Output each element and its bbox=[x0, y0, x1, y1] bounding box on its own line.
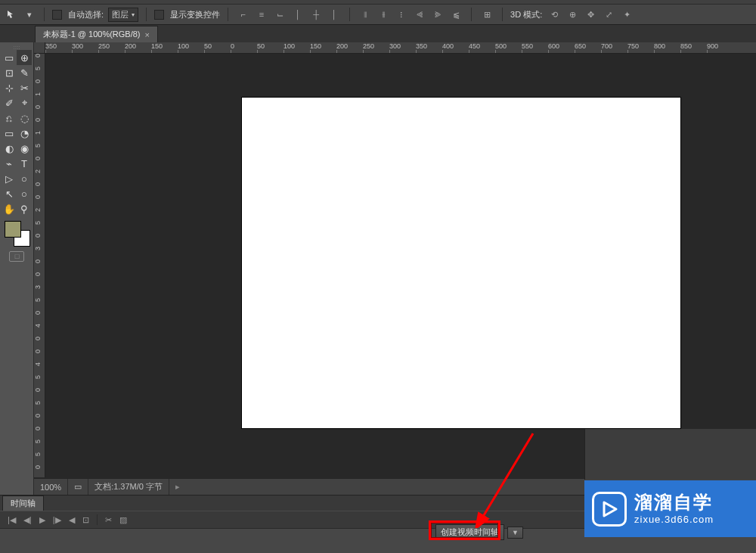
play-button[interactable]: ▶ bbox=[39, 515, 45, 525]
distribute-3-icon[interactable]: ⫶ bbox=[394, 8, 409, 21]
doc-info[interactable]: 文档:1.37M/0 字节 bbox=[88, 479, 169, 495]
stamp-tool[interactable]: ⎌ bbox=[2, 110, 17, 126]
align-hmid-icon[interactable]: ┼ bbox=[308, 8, 324, 21]
gradient-tool[interactable]: ◔ bbox=[17, 126, 32, 141]
distribute-1-icon[interactable]: ⫴ bbox=[358, 8, 373, 21]
path-select-tool[interactable]: ▷ bbox=[2, 171, 17, 186]
next-frame-button[interactable]: |▶ bbox=[53, 515, 61, 525]
auto-select-value: 图层 bbox=[112, 9, 129, 20]
distribute-5-icon[interactable]: ⫸ bbox=[430, 8, 445, 21]
separator bbox=[97, 514, 98, 525]
close-icon[interactable]: × bbox=[145, 30, 150, 39]
show-transform-label: 显示变换控件 bbox=[170, 9, 220, 20]
distribute-icons-group: ⫴ ⫵ ⫶ ⫷ ⫸ ⫹ bbox=[358, 8, 463, 21]
dodge-tool[interactable]: ◉ bbox=[17, 141, 32, 156]
distribute-6-icon[interactable]: ⫹ bbox=[448, 8, 463, 21]
workspace: :::: ▭ ⊕ ⊡ ✎ ⊹ ✂ ✐ ⌖ ⎌ ◌ ▭ ◔ ◐ ◉ ⌁ T ▷ ○… bbox=[0, 42, 756, 495]
separator bbox=[349, 8, 350, 21]
document-tab[interactable]: 未标题-1 @ 100%(RGB/8) × bbox=[35, 26, 158, 42]
eyedropper-tool[interactable]: ✂ bbox=[17, 80, 32, 95]
chevron-down-icon: ▾ bbox=[132, 11, 135, 18]
distribute-4-icon[interactable]: ⫷ bbox=[412, 8, 427, 21]
status-icon[interactable]: ▭ bbox=[68, 479, 88, 495]
eraser-tool[interactable]: ▭ bbox=[2, 126, 17, 141]
loop-button[interactable]: ⊡ bbox=[82, 515, 89, 525]
align-icons-group: ⌐ ≡ ⌙ │ ┼ │ bbox=[236, 8, 342, 21]
mute-button[interactable]: ◀ bbox=[69, 515, 75, 525]
separator bbox=[502, 8, 503, 21]
right-panel-stub bbox=[584, 429, 756, 480]
show-transform-checkbox[interactable] bbox=[154, 10, 164, 20]
timeline-tab[interactable]: 时间轴 bbox=[2, 496, 44, 511]
align-vmid-icon[interactable]: ≡ bbox=[254, 8, 269, 21]
brush-tool[interactable]: ⌖ bbox=[17, 95, 32, 110]
lasso-tool[interactable]: ⊡ bbox=[2, 65, 17, 80]
align-top-icon[interactable]: ⌐ bbox=[236, 8, 251, 21]
hand-tool[interactable]: ✋ bbox=[2, 201, 17, 216]
color-swatches[interactable] bbox=[5, 221, 30, 247]
move-tool[interactable]: ⊕ bbox=[17, 50, 32, 65]
healing-tool[interactable]: ✐ bbox=[2, 95, 17, 110]
pen-tool[interactable]: ⌁ bbox=[2, 156, 17, 171]
crop-tool[interactable]: ⊹ bbox=[2, 80, 17, 95]
mode-3d-label: 3D 模式: bbox=[510, 9, 542, 20]
separator bbox=[44, 8, 45, 21]
watermark-logo-icon bbox=[592, 492, 627, 527]
history-brush-tool[interactable]: ◌ bbox=[17, 110, 32, 126]
ellipse-tool[interactable]: ○ bbox=[17, 186, 32, 201]
zoom-tool[interactable]: ⚲ bbox=[17, 201, 32, 216]
mode-3d-icons: ⟲ ⊕ ✥ ⤢ ✦ bbox=[547, 8, 634, 21]
create-timeline-dropdown[interactable]: ▼ bbox=[507, 527, 523, 539]
auto-align-icon[interactable]: ⊞ bbox=[479, 8, 494, 21]
separator bbox=[146, 8, 147, 21]
document-tab-title: 未标题-1 @ 100%(RGB/8) bbox=[43, 29, 141, 40]
first-frame-button[interactable]: |◀ bbox=[8, 515, 16, 525]
document-tab-bar: 未标题-1 @ 100%(RGB/8) × bbox=[0, 25, 756, 42]
pan-icon[interactable]: ⊕ bbox=[565, 8, 580, 21]
auto-select-label: 自动选择: bbox=[68, 9, 104, 20]
direct-select-tool[interactable]: ↖ bbox=[2, 186, 17, 201]
foreground-color-swatch[interactable] bbox=[5, 221, 21, 238]
horizontal-ruler[interactable]: 3503002502001501005005010015020025030035… bbox=[45, 42, 756, 54]
shape-tool[interactable]: ○ bbox=[17, 171, 32, 186]
separator bbox=[471, 8, 472, 21]
auto-select-dropdown[interactable]: 图层 ▾ bbox=[108, 8, 138, 22]
status-menu-icon[interactable]: ▸ bbox=[169, 482, 186, 492]
move-tool-icon bbox=[5, 8, 18, 21]
tools-panel: :::: ▭ ⊕ ⊡ ✎ ⊹ ✂ ✐ ⌖ ⎌ ◌ ▭ ◔ ◐ ◉ ⌁ T ▷ ○… bbox=[0, 42, 34, 495]
separator bbox=[228, 8, 228, 21]
split-button[interactable]: ✂ bbox=[105, 515, 112, 525]
blur-tool[interactable]: ◐ bbox=[2, 141, 17, 156]
align-left-icon[interactable]: │ bbox=[290, 8, 305, 21]
ruler-corner bbox=[34, 42, 45, 54]
align-bottom-icon[interactable]: ⌙ bbox=[272, 8, 287, 21]
annotation-highlight-box bbox=[429, 520, 500, 540]
zoom-level[interactable]: 100% bbox=[34, 479, 68, 495]
options-bar: ▾ 自动选择: 图层 ▾ 显示变换控件 ⌐ ≡ ⌙ │ ┼ │ ⫴ ⫵ ⫶ ⫷ … bbox=[0, 5, 756, 25]
distribute-2-icon[interactable]: ⫵ bbox=[376, 8, 391, 21]
canvas-viewport: 3503002502001501005005010015020025030035… bbox=[34, 42, 756, 495]
quick-select-tool[interactable]: ✎ bbox=[17, 65, 32, 80]
dropdown-caret-icon[interactable]: ▾ bbox=[23, 8, 36, 21]
type-tool[interactable]: T bbox=[17, 156, 32, 171]
canvas[interactable] bbox=[242, 98, 680, 428]
marquee-tool[interactable]: ▭ bbox=[2, 50, 17, 65]
watermark-subtitle: zixue.3d66.com bbox=[634, 514, 714, 526]
watermark-title: 溜溜自学 bbox=[634, 492, 714, 514]
rotate-3d-icon[interactable]: ✦ bbox=[619, 8, 634, 21]
scale-3d-icon[interactable]: ⤢ bbox=[601, 8, 616, 21]
vertical-ruler[interactable]: 050100150200250300350400450500550600 bbox=[34, 54, 45, 477]
align-right-icon[interactable]: │ bbox=[327, 8, 342, 21]
auto-select-checkbox[interactable] bbox=[52, 10, 62, 20]
prev-frame-button[interactable]: ◀| bbox=[23, 515, 32, 525]
panel-grip-icon[interactable]: :::: bbox=[2, 44, 32, 50]
orbit-icon[interactable]: ⟲ bbox=[547, 8, 562, 21]
quick-mask-icon[interactable]: ☐ bbox=[9, 251, 24, 262]
move-3d-icon[interactable]: ✥ bbox=[583, 8, 598, 21]
watermark: 溜溜自学 zixue.3d66.com bbox=[584, 480, 756, 537]
transition-button[interactable]: ▨ bbox=[119, 515, 127, 525]
